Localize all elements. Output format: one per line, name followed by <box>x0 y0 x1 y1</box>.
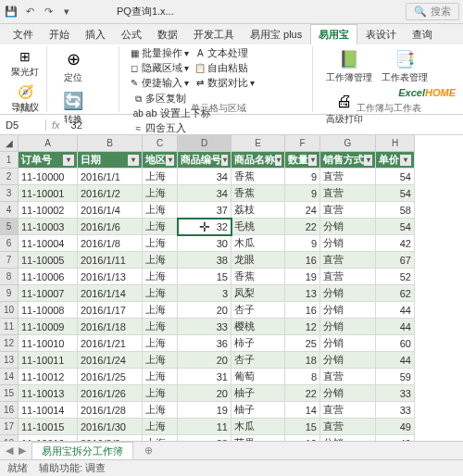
table-cell[interactable]: 2016/1/30 <box>78 419 143 435</box>
table-cell[interactable]: 柚子 <box>232 402 285 419</box>
table-cell[interactable]: 2016/1/21 <box>78 335 143 352</box>
filter-dropdown-icon[interactable]: ▾ <box>128 155 139 166</box>
table-cell[interactable]: 香蕉 <box>232 269 285 285</box>
table-cell[interactable]: 67 <box>376 252 415 269</box>
filter-dropdown-icon[interactable]: ▾ <box>308 155 317 166</box>
table-cell[interactable]: 20 <box>178 302 232 319</box>
table-cell[interactable]: 59 <box>376 369 415 385</box>
table-cell[interactable]: 分销 <box>320 302 376 319</box>
table-cell[interactable]: 12 <box>285 319 320 335</box>
filter-dropdown-icon[interactable]: ▾ <box>63 155 74 166</box>
table-cell[interactable]: 30 <box>178 235 232 252</box>
table-cell[interactable]: 11-10005 <box>19 252 78 269</box>
table-cell[interactable]: 20 <box>178 385 232 402</box>
table-cell[interactable]: 36 <box>178 335 232 352</box>
table-cell[interactable]: 54 <box>376 219 415 235</box>
row-header[interactable]: 16 <box>0 402 19 419</box>
table-header-cell[interactable]: 单价▾ <box>376 152 415 169</box>
table-cell[interactable]: 2016/1/24 <box>78 352 143 369</box>
table-cell[interactable]: 11-10014 <box>19 402 78 419</box>
table-cell[interactable]: 2016/1/28 <box>78 402 143 419</box>
table-cell[interactable]: 33 <box>178 319 232 335</box>
sheet-nav-prev-icon[interactable]: ◀ <box>6 445 13 457</box>
ribbon-tab[interactable]: 公式 <box>114 25 149 44</box>
table-cell[interactable]: 24 <box>285 202 320 219</box>
row-header[interactable]: 15 <box>0 385 19 402</box>
spotlight-button[interactable]: ⊞聚光灯 <box>7 46 43 81</box>
search-box[interactable]: 🔍 搜索 <box>406 3 459 20</box>
table-cell[interactable]: 18 <box>285 352 320 369</box>
table-cell[interactable]: 11-10009 <box>19 319 78 335</box>
row-header[interactable]: 14 <box>0 369 19 385</box>
row-header[interactable]: 8 <box>0 269 19 285</box>
data-compare-button[interactable]: ⇄数据对比 ▾ <box>194 76 255 90</box>
row-header[interactable]: 9 <box>0 285 19 302</box>
table-header-cell[interactable]: 商品编号▾ <box>178 152 232 169</box>
table-cell[interactable]: 2016/1/11 <box>78 252 143 269</box>
table-cell[interactable]: 上海 <box>143 369 178 385</box>
column-header[interactable]: E <box>232 135 285 152</box>
locate-button[interactable]: ⊕定位 <box>56 46 90 86</box>
table-cell[interactable]: 11-10004 <box>19 235 78 252</box>
table-cell[interactable]: 2016/1/1 <box>78 169 143 185</box>
table-cell[interactable]: 22 <box>285 385 320 402</box>
table-cell[interactable]: 11-10010 <box>19 335 78 352</box>
table-cell[interactable]: 直营 <box>320 269 376 285</box>
table-cell[interactable]: 2016/1/26 <box>78 385 143 402</box>
row-header[interactable]: 13 <box>0 352 19 369</box>
table-cell[interactable]: 2016/1/18 <box>78 319 143 335</box>
filter-dropdown-icon[interactable]: ▾ <box>221 155 228 166</box>
table-cell[interactable]: 44 <box>376 319 415 335</box>
table-cell[interactable]: 2016/1/4 <box>78 202 143 219</box>
column-header[interactable]: C <box>143 135 178 152</box>
column-header[interactable]: F <box>285 135 320 152</box>
table-cell[interactable]: 8 <box>285 369 320 385</box>
table-cell[interactable]: 直营 <box>320 169 376 185</box>
table-header-cell[interactable]: 地区▾ <box>143 152 178 169</box>
table-cell[interactable]: 34 <box>178 169 232 185</box>
table-cell[interactable]: 58 <box>376 202 415 219</box>
table-cell[interactable]: 15 <box>285 419 320 435</box>
table-cell[interactable]: 19 <box>285 269 320 285</box>
table-cell[interactable]: 2016/1/2 <box>78 185 143 202</box>
table-cell[interactable]: 分销 <box>320 319 376 335</box>
table-cell[interactable]: 32✛ <box>178 219 232 235</box>
table-cell[interactable]: 3 <box>178 285 232 302</box>
table-cell[interactable]: 分销 <box>320 235 376 252</box>
table-cell[interactable]: 直营 <box>320 419 376 435</box>
table-cell[interactable]: 49 <box>376 419 415 435</box>
table-cell[interactable]: 44 <box>376 302 415 319</box>
table-cell[interactable]: 11-10013 <box>19 385 78 402</box>
save-icon[interactable]: 💾 <box>4 5 19 19</box>
round-button[interactable]: ≈四舍五入 <box>132 121 210 135</box>
ribbon-tab[interactable]: 开始 <box>42 25 77 44</box>
row-header[interactable]: 7 <box>0 252 19 269</box>
table-cell[interactable]: 42 <box>376 235 415 252</box>
table-cell[interactable]: 杏子 <box>232 352 285 369</box>
table-cell[interactable]: 9 <box>285 169 320 185</box>
table-cell[interactable]: 52 <box>376 269 415 285</box>
table-header-cell[interactable]: 商品名称▾ <box>232 152 285 169</box>
table-cell[interactable]: 上海 <box>143 169 178 185</box>
easy-input-button[interactable]: ✎便捷输入 ▾ <box>129 76 189 90</box>
column-header[interactable]: B <box>78 135 143 152</box>
table-cell[interactable]: 直营 <box>320 252 376 269</box>
workbook-mgr-button[interactable]: 📗工作簿管理 <box>322 46 376 86</box>
select-all-corner[interactable]: ◢ <box>0 135 19 152</box>
ribbon-tab[interactable]: 插入 <box>78 25 113 44</box>
ribbon-tab[interactable]: 表设计 <box>358 25 404 44</box>
table-cell[interactable]: 2016/1/13 <box>78 269 143 285</box>
table-cell[interactable]: 香蕉 <box>232 185 285 202</box>
table-cell[interactable]: 19 <box>178 402 232 419</box>
table-header-cell[interactable]: 订单号▾ <box>19 152 78 169</box>
table-cell[interactable]: 凤梨 <box>232 285 285 302</box>
table-cell[interactable]: 2016/1/14 <box>78 285 143 302</box>
column-header[interactable]: G <box>320 135 376 152</box>
column-header[interactable]: D <box>178 135 232 152</box>
ribbon-tab[interactable]: 易用宝 <box>310 24 357 44</box>
table-cell[interactable]: 37 <box>178 202 232 219</box>
table-cell[interactable]: 11-10015 <box>19 419 78 435</box>
free-paste-button[interactable]: 📋自由粘贴 <box>194 61 255 75</box>
table-cell[interactable]: 14 <box>285 402 320 419</box>
table-cell[interactable]: 分销 <box>320 219 376 235</box>
